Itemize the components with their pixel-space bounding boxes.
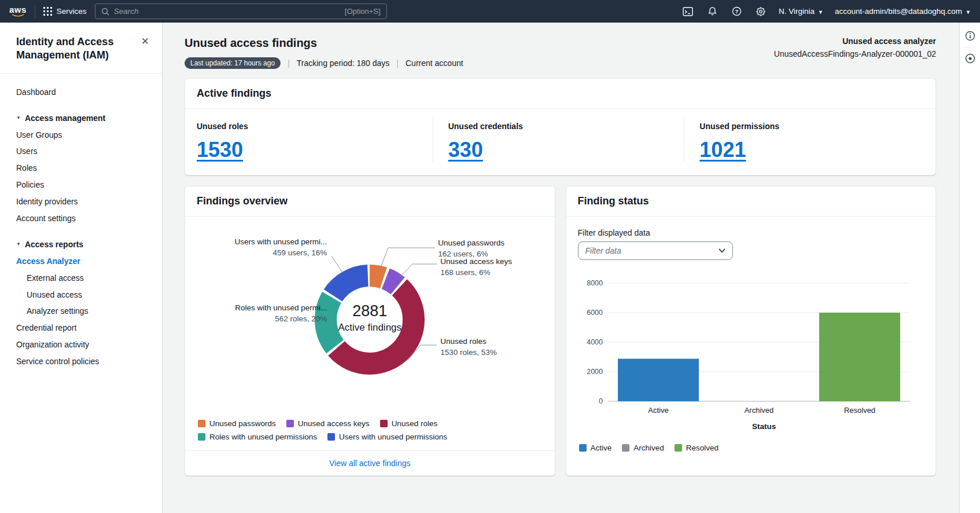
settings-gear-icon[interactable] <box>754 5 767 18</box>
stat-value-link-unused-roles[interactable]: 1530 <box>197 138 243 162</box>
legend-item-roles-with-unused-permissions[interactable]: Roles with unused permissions <box>198 433 317 441</box>
sidebar-item-label: Users <box>16 146 38 156</box>
svg-text:?: ? <box>735 8 738 14</box>
stat-unused-roles: Unused roles1530 <box>185 117 433 162</box>
legend-item-users-with-unused-permissions[interactable]: Users with unused permissions <box>327 433 447 441</box>
legend-swatch <box>622 444 629 452</box>
caret-down-icon: ▼ <box>16 115 21 122</box>
sidebar-item-label: Unused access <box>27 290 82 299</box>
donut-callout-unused-roles: Unused roles1530 roles, 53% <box>440 337 497 358</box>
filter-displayed-data-label: Filter displayed data <box>578 228 924 237</box>
y-tick-label: 4000 <box>587 338 603 346</box>
legend-item-resolved[interactable]: Resolved <box>675 444 719 452</box>
sidebar-item-label: Organization activity <box>16 340 89 349</box>
sidebar-item-label: Identity providers <box>16 197 78 206</box>
sidebar-item-label: Access Analyzer <box>16 256 80 266</box>
stat-value-link-unused-permissions[interactable]: 1021 <box>699 138 746 162</box>
scope-text: Current account <box>406 58 463 68</box>
help-icon[interactable]: ? <box>730 5 743 18</box>
iam-sidebar: Identity and Access Management (IAM) ✕ D… <box>0 23 163 513</box>
tracking-period-text: Tracking period: 180 days <box>297 58 390 68</box>
separator: | <box>396 58 399 68</box>
legend-swatch <box>675 444 682 452</box>
callout-label: Unused access keys <box>440 257 512 267</box>
sidebar-section-access-management[interactable]: ▼Access management <box>0 110 162 127</box>
separator: | <box>288 58 290 68</box>
services-menu-button[interactable]: Services <box>43 7 87 16</box>
findings-overview-card: Findings overview 2881 Active findings U… <box>185 186 555 476</box>
filter-data-placeholder: Filter data <box>585 246 621 255</box>
aws-logo[interactable]: aws <box>9 5 27 17</box>
aws-smile-icon <box>12 14 24 17</box>
rail-divider <box>963 47 977 47</box>
notifications-bell-icon[interactable] <box>706 5 719 18</box>
sidebar-close-icon[interactable]: ✕ <box>140 35 150 47</box>
tools-panel-icon[interactable] <box>961 50 979 67</box>
callout-sublabel: 459 users, 16% <box>226 248 327 258</box>
filter-data-select[interactable]: Filter data <box>578 241 733 260</box>
status-x-axis-label: Status <box>605 422 924 431</box>
bar-active[interactable] <box>618 359 699 401</box>
y-tick-label: 8000 <box>587 279 603 287</box>
info-panel-icon[interactable] <box>961 27 979 45</box>
sidebar-item-analyzer-settings[interactable]: Analyzer settings <box>0 303 162 320</box>
search-input[interactable]: Search [Option+S] <box>95 3 387 19</box>
finding-status-card: Finding status Filter displayed data Fil… <box>566 186 937 476</box>
x-tick-label-active: Active <box>648 406 668 415</box>
sidebar-item-service-control-policies[interactable]: Service control policies <box>0 353 162 370</box>
status-bar-svg: 02000400060008000ActiveArchivedResolved <box>578 275 913 421</box>
analyzer-name: UnusedAccessFindings-Analyzer-000001_02 <box>774 49 936 58</box>
stat-unused-permissions: Unused permissions1021 <box>684 117 935 162</box>
donut-callout-unused-passwords: Unused passwords162 users, 6% <box>438 239 504 259</box>
sidebar-section-access-reports[interactable]: ▼Access reports <box>0 236 162 253</box>
account-menu[interactable]: account-admin/bits@datadoghq.com ▼ <box>835 7 971 16</box>
topbar-divider <box>35 5 35 18</box>
x-tick-label-resolved: Resolved <box>843 406 875 415</box>
sidebar-item-label: Policies <box>16 180 44 189</box>
sidebar-item-unused-access[interactable]: Unused access <box>0 287 162 303</box>
sidebar-item-credential-report[interactable]: Credential report <box>0 320 162 336</box>
caret-down-icon: ▼ <box>16 241 21 248</box>
active-findings-card: Active findings Unused roles1530Unused c… <box>185 78 936 175</box>
sidebar-item-label: External access <box>27 273 84 283</box>
sidebar-item-label: Credential report <box>16 323 76 332</box>
main-content: Unused access findings Last updated: 17 … <box>163 23 959 513</box>
legend-item-archived[interactable]: Archived <box>622 444 664 452</box>
sidebar-item-organization-activity[interactable]: Organization activity <box>0 336 162 353</box>
sidebar-item-account-settings[interactable]: Account settings <box>0 210 162 227</box>
region-label: N. Virginia <box>779 7 815 16</box>
sidebar-item-label: Account settings <box>16 214 76 223</box>
caret-down-icon: ▼ <box>966 9 971 15</box>
sidebar-item-users[interactable]: Users <box>0 143 162 160</box>
view-all-active-findings-link[interactable]: View all active findings <box>329 459 411 468</box>
bar-resolved[interactable] <box>819 313 900 401</box>
sidebar-item-label: Dashboard <box>16 87 56 97</box>
findings-legend: Unused passwordsUnused access keysUnused… <box>198 419 499 441</box>
finding-status-title: Finding status <box>578 195 924 207</box>
legend-item-unused-roles[interactable]: Unused roles <box>380 419 438 428</box>
sidebar-item-user-groups[interactable]: User Groups <box>0 127 162 144</box>
legend-label: Users with unused permissions <box>339 433 447 441</box>
sidebar-item-label: Roles <box>16 163 37 173</box>
sidebar-item-roles[interactable]: Roles <box>0 160 162 177</box>
legend-item-active[interactable]: Active <box>579 444 612 452</box>
sidebar-item-identity-providers[interactable]: Identity providers <box>0 193 162 210</box>
callout-label: Roles with unused permi... <box>229 303 327 313</box>
sidebar-item-external-access[interactable]: External access <box>0 270 162 287</box>
sidebar-item-policies[interactable]: Policies <box>0 177 162 193</box>
analyzer-label: Unused access analyzer <box>774 36 936 46</box>
legend-swatch <box>198 420 205 427</box>
caret-down-icon: ▼ <box>818 9 823 15</box>
legend-item-unused-passwords[interactable]: Unused passwords <box>198 419 276 428</box>
sidebar-item-dashboard[interactable]: Dashboard <box>0 84 162 101</box>
stat-value-link-unused-credentials[interactable]: 330 <box>448 138 483 162</box>
x-tick-label-archived: Archived <box>744 406 773 415</box>
donut-callout-roles-with-unused-permissions: Roles with unused permi...562 roles, 20% <box>229 303 327 324</box>
sidebar-item-access-analyzer[interactable]: Access Analyzer <box>0 253 162 270</box>
region-selector[interactable]: N. Virginia ▼ <box>779 7 823 16</box>
y-tick-label: 6000 <box>587 309 603 317</box>
donut-callout-unused-access-keys: Unused access keys168 users, 6% <box>440 257 512 278</box>
cloudshell-icon[interactable] <box>681 5 694 18</box>
status-legend: ActiveArchivedResolved <box>579 444 924 452</box>
legend-item-unused-access-keys[interactable]: Unused access keys <box>286 419 370 428</box>
